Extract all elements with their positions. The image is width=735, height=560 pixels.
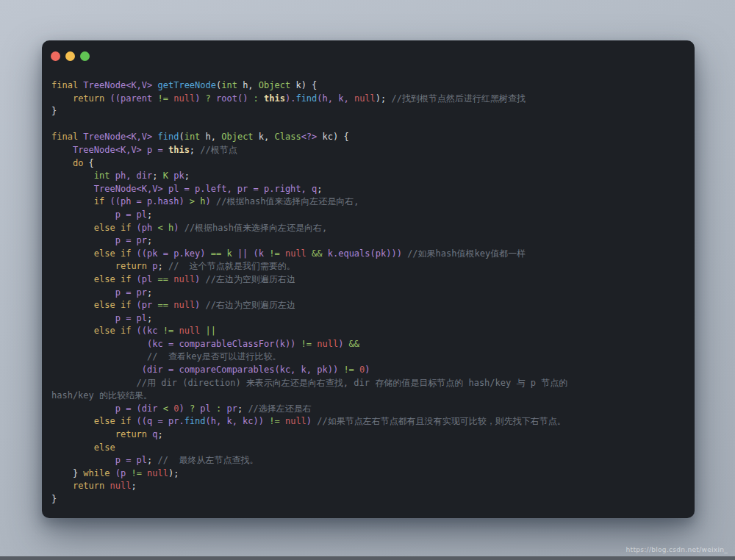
code-token: p — [147, 261, 157, 271]
code-token: p = pl — [115, 209, 147, 220]
code-token: ); — [376, 93, 392, 104]
code-line: // 查看key是否可以进行比较。 — [51, 351, 686, 364]
code-token: k, — [254, 132, 275, 142]
code-token — [51, 145, 73, 155]
code-token: p = pl — [115, 455, 147, 465]
code-line: do { — [51, 157, 686, 170]
code-comment: //根节点 — [200, 145, 237, 155]
code-comment: // 查看key是否可以进行比较。 — [147, 351, 282, 362]
code-token — [51, 184, 94, 194]
code-line: p = (dir < 0) ? pl : pr; //选择左还是右 — [51, 403, 686, 416]
code-line: return q; — [51, 428, 686, 442]
code-token: Object — [259, 80, 290, 90]
code-token — [104, 481, 110, 491]
code-token: { — [83, 158, 93, 168]
code-token: ; — [147, 235, 152, 245]
code-line: else if (pl == null) //左边为空则遍历右边 — [51, 273, 686, 287]
code-token: != — [343, 365, 359, 375]
code-token: == — [158, 274, 174, 284]
code-token — [152, 132, 157, 142]
code-token: ; — [158, 261, 168, 271]
code-line: return p; // 这个节点就是我们需要的。 — [51, 260, 686, 273]
code-token — [104, 93, 110, 104]
code-token: TreeNode<K,V> — [83, 80, 152, 90]
code-token: while — [83, 468, 110, 478]
code-token — [51, 378, 137, 388]
code-comment: //用 dir (direction) 来表示向左还是向右查找, dir 存储的… — [137, 378, 568, 388]
code-comment: //如果节点左右节点都有且没有实现可比较，则先找下右节点。 — [317, 416, 565, 426]
code-token: ) — [338, 339, 348, 349]
code-token: && — [306, 248, 328, 259]
code-token: == — [158, 300, 174, 310]
code-token: ? — [190, 403, 200, 414]
code-token: do — [73, 158, 83, 168]
code-token: && — [349, 339, 359, 349]
code-line: return ((parent != null) ? root() : this… — [51, 93, 686, 106]
code-token: (ph — [137, 223, 158, 233]
code-token: null — [179, 326, 200, 336]
code-token — [51, 223, 94, 233]
zoom-button[interactable] — [80, 51, 90, 61]
code-token — [131, 300, 136, 310]
code-token: pl — [200, 403, 216, 414]
code-token: null — [285, 416, 306, 426]
code-token: return — [73, 481, 104, 491]
code-token: pr — [226, 403, 237, 414]
code-token: q — [147, 429, 157, 439]
code-line: else if ((pk = p.key) == k || (k != null… — [51, 248, 686, 261]
code-comment: //选择左还是右 — [248, 403, 311, 414]
code-line: final TreeNode<K,V> getTreeNode(int h, O… — [51, 79, 686, 93]
code-line: hash/key 的比较结果。 — [51, 390, 686, 403]
code-token: ( — [179, 132, 184, 142]
code-token: find — [184, 416, 206, 426]
code-comment: //右边为空则遍历左边 — [206, 300, 295, 310]
minimize-button[interactable] — [65, 51, 75, 61]
code-comment: hash/key 的比较结果。 — [51, 390, 152, 401]
code-line: p = pr; — [51, 234, 686, 248]
code-line: (kc = comparableClassFor(k)) != null) && — [51, 338, 686, 351]
code-token: else if — [94, 248, 132, 259]
code-editor: final TreeNode<K,V> getTreeNode(int h, O… — [42, 61, 695, 506]
code-token: ; — [152, 170, 162, 181]
code-token: find — [295, 93, 317, 104]
code-line: p = pl; — [51, 209, 686, 222]
code-token — [51, 403, 115, 414]
code-token: this — [264, 93, 285, 104]
page-background: final TreeNode<K,V> getTreeNode(int h, O… — [0, 0, 735, 560]
code-token: null — [110, 481, 132, 491]
code-token: || (k — [237, 248, 269, 259]
code-token: ). — [285, 93, 295, 104]
code-token — [51, 235, 115, 245]
code-token — [200, 274, 205, 284]
code-token: (dir = compareComparables(kc, k, pk)) — [142, 365, 344, 375]
code-token: return — [115, 429, 147, 439]
code-token — [51, 455, 115, 465]
code-token: null — [173, 274, 195, 284]
code-token: k.equals(pk))) — [328, 248, 402, 259]
code-token — [51, 261, 115, 271]
code-token: TreeNode<K,V> p = — [73, 145, 168, 155]
code-line: p = pr; — [51, 287, 686, 300]
code-token: k) { — [290, 80, 317, 90]
code-token: null — [173, 300, 195, 310]
close-button[interactable] — [51, 51, 60, 61]
code-line: } — [51, 105, 686, 118]
code-token: == k — [211, 248, 237, 259]
code-token: K — [163, 170, 168, 181]
code-token: ((parent — [110, 93, 158, 104]
code-line: p = pl; // 最终从左节点查找。 — [51, 454, 686, 467]
code-token: ((kc — [137, 326, 163, 336]
code-token — [110, 468, 115, 478]
code-token: (h, k, kc)) — [206, 416, 270, 426]
code-token: ; — [184, 170, 190, 181]
code-token: p = pr — [115, 235, 147, 245]
code-comment: //如果hash值根key值都一样 — [407, 248, 526, 259]
code-token: kc) { — [317, 132, 348, 142]
code-token: } — [51, 106, 57, 116]
code-token: ? — [206, 93, 216, 104]
code-line: if ((ph = p.hash) > h) //根据hash值来选择向左还是向… — [51, 195, 686, 209]
code-token: != — [163, 326, 179, 336]
code-comment: //找到根节点然后进行红黑树查找 — [392, 93, 526, 104]
code-token: root() — [216, 93, 254, 104]
csdn-watermark-link: https://blog.csdn.net/weixin_ — [626, 546, 728, 553]
